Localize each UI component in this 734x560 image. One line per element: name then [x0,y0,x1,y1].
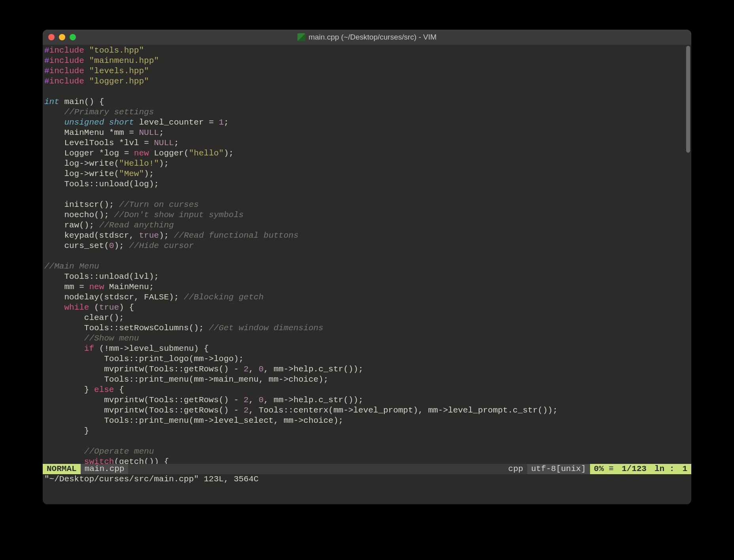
close-icon[interactable] [48,34,55,40]
column-indicator: 1 [678,464,691,474]
percent-indicator: 0% ≡ [590,464,618,474]
window-title-text: main.cpp (~/Desktop/curses/src) - VIM [308,33,437,42]
file-icon [297,33,305,41]
zoom-icon[interactable] [70,34,76,40]
code-content: #include "tools.hpp" #include "mainmenu.… [43,45,691,464]
mode-indicator: NORMAL [43,464,81,474]
statusbar: NORMAL main.cpp cpp utf-8[unix] 0% ≡ 1/1… [43,464,691,474]
bottom-padding [43,484,691,504]
filetype-indicator: cpp [504,464,527,474]
statusbar-spacer [128,464,504,474]
editor-area[interactable]: #include "tools.hpp" #include "mainmenu.… [43,45,691,464]
scrollbar-thumb[interactable] [686,46,690,153]
encoding-indicator: utf-8[unix] [527,464,590,474]
position-indicator: 1/123 [618,464,651,474]
titlebar: main.cpp (~/Desktop/curses/src) - VIM [43,30,691,45]
terminal-window: main.cpp (~/Desktop/curses/src) - VIM #i… [43,30,691,504]
command-line[interactable]: "~/Desktop/curses/src/main.cpp" 123L, 35… [43,474,691,484]
minimize-icon[interactable] [59,34,65,40]
column-label: ln : [651,464,678,474]
window-title: main.cpp (~/Desktop/curses/src) - VIM [297,33,437,42]
filename-indicator: main.cpp [81,464,129,474]
traffic-lights [48,34,76,40]
